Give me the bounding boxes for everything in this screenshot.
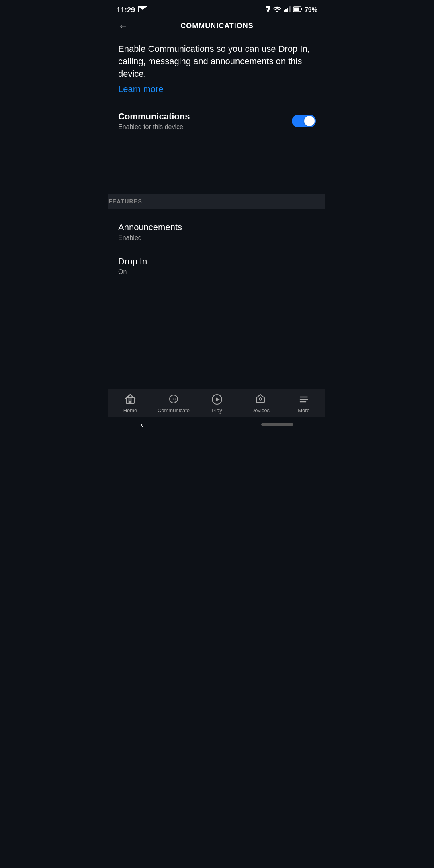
communications-setting-row: Communications Enabled for this device — [118, 104, 316, 138]
communications-label-group: Communications Enabled for this device — [118, 111, 190, 131]
svg-rect-7 — [294, 8, 299, 11]
devices-icon — [255, 394, 266, 405]
nav-item-play[interactable]: Play — [195, 394, 239, 414]
svg-rect-4 — [290, 6, 291, 12]
nav-item-communicate[interactable]: Communicate — [152, 394, 195, 414]
spacer — [108, 336, 326, 389]
announcements-item[interactable]: Announcements Enabled — [118, 215, 316, 249]
play-icon — [211, 394, 223, 405]
top-nav: ← COMMUNICATIONS — [108, 18, 326, 37]
svg-point-17 — [259, 398, 262, 400]
svg-marker-16 — [216, 397, 220, 401]
dropin-title: Drop In — [118, 256, 316, 267]
nav-label-devices: Devices — [251, 407, 270, 414]
more-icon — [298, 394, 309, 405]
bottom-nav: Home Communicate Play Devices — [108, 389, 326, 417]
system-home-pill[interactable] — [261, 423, 293, 426]
communications-sublabel: Enabled for this device — [118, 123, 190, 131]
svg-rect-2 — [287, 8, 288, 12]
features-section-header: FEATURES — [108, 194, 326, 209]
page-title: COMMUNICATIONS — [180, 22, 254, 30]
nav-label-more: More — [298, 407, 310, 414]
dropin-status: On — [118, 268, 316, 276]
svg-point-13 — [173, 398, 174, 399]
svg-rect-6 — [301, 8, 302, 10]
nav-item-devices[interactable]: Devices — [239, 394, 282, 414]
svg-rect-10 — [129, 401, 131, 403]
communications-label: Communications — [118, 111, 190, 122]
battery-percent: 79% — [305, 6, 317, 14]
gmail-icon — [138, 6, 147, 14]
status-bar: 11:29 — [108, 0, 326, 18]
announcements-title: Announcements — [118, 222, 316, 233]
communications-toggle[interactable] — [292, 115, 316, 127]
status-right: 79% — [265, 6, 317, 14]
status-time: 11:29 — [117, 6, 135, 14]
location-icon — [265, 6, 271, 14]
svg-rect-3 — [289, 6, 290, 12]
nav-label-home: Home — [123, 407, 137, 414]
svg-point-14 — [175, 398, 176, 399]
system-back-button[interactable]: ‹ — [141, 420, 143, 429]
learn-more-link[interactable]: Learn more — [118, 84, 164, 94]
home-icon — [125, 394, 136, 405]
description-text: Enable Communications so you can use Dro… — [118, 43, 316, 80]
nav-item-more[interactable]: More — [282, 394, 326, 414]
svg-rect-0 — [284, 10, 285, 12]
main-content: Enable Communications so you can use Dro… — [108, 37, 326, 191]
nav-item-home[interactable]: Home — [108, 394, 152, 414]
nav-label-communicate: Communicate — [158, 407, 190, 414]
nav-label-play: Play — [212, 407, 222, 414]
wifi-icon — [273, 6, 281, 14]
system-nav: ‹ — [108, 417, 326, 434]
features-list: Announcements Enabled Drop In On — [108, 209, 326, 336]
signal-icon — [284, 6, 291, 14]
communicate-icon — [168, 394, 179, 405]
battery-icon — [293, 6, 302, 14]
svg-rect-1 — [285, 9, 287, 12]
dropin-item[interactable]: Drop In On — [118, 249, 316, 283]
back-button[interactable]: ← — [117, 19, 129, 33]
svg-point-12 — [172, 398, 173, 399]
status-left: 11:29 — [117, 6, 147, 14]
announcements-status: Enabled — [118, 234, 316, 242]
